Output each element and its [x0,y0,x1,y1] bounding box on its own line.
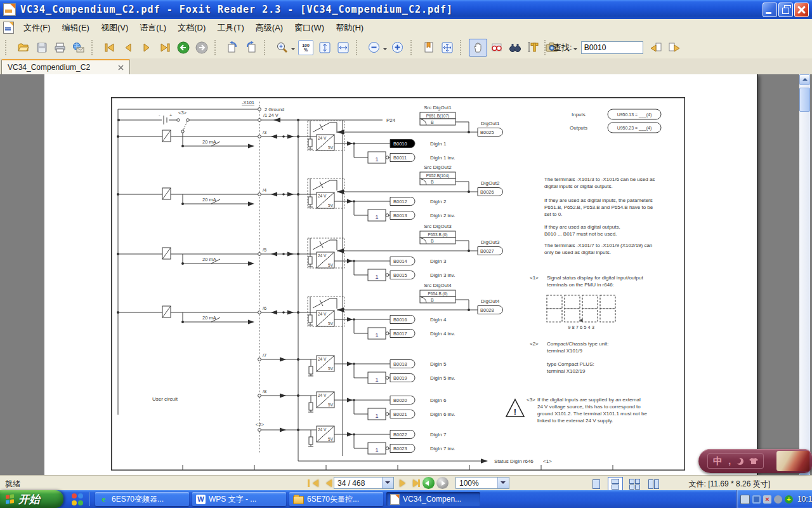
vertical-scrollbar[interactable] [799,74,810,475]
select-text-icon [527,41,539,53]
search-button[interactable] [506,39,524,57]
menu-file[interactable]: 文件(F) [18,20,56,36]
zoom-tool-dropdown[interactable] [291,48,295,52]
ime-softkeyboard-shirt-icon[interactable] [749,457,758,465]
tab-close-icon[interactable] [118,65,124,70]
task-6es70[interactable]: e 6ES70变频器... [95,492,189,506]
next-page-button[interactable] [137,39,155,57]
rotate-right-button[interactable] [242,39,260,57]
select-text-button[interactable] [524,39,542,57]
menu-view[interactable]: 视图(V) [95,20,134,36]
task-wps[interactable]: W WPS 文字 - ... [192,492,286,506]
svg-text:5V: 5V [328,145,334,150]
find-previous-button[interactable] [647,39,665,57]
magnifier-icon [276,41,288,53]
zoom-tool-button[interactable] [273,39,291,57]
facing-pages-button[interactable] [627,477,642,491]
find-next-button[interactable] [665,39,684,57]
next-page-button[interactable] [396,478,407,489]
find-options-dropdown[interactable] [573,48,577,52]
menu-document[interactable]: 文档(D) [172,20,211,36]
continuous-page-button[interactable] [608,477,623,491]
taskbar: 开始 e 6ES70变频器... W WPS 文字 - ... 6SE70矢量控… [0,490,812,508]
single-page-button[interactable] [589,477,604,491]
close-button[interactable] [794,3,809,17]
menu-help[interactable]: 帮助(H) [330,20,369,36]
ime-toolbar[interactable]: 中 , [698,449,812,473]
continuous-facing-button[interactable] [646,477,661,491]
history-back-button[interactable] [422,477,435,489]
scroll-up-button[interactable] [799,74,810,85]
svg-text:<2>: <2> [256,422,265,427]
bookmark-button[interactable] [419,39,438,57]
svg-text:B0010: B0010 [393,141,407,147]
minimize-button[interactable] [763,3,777,17]
task-vc34-foxit[interactable]: VC34_Compen... [386,492,480,506]
menu-edit[interactable]: 编辑(E) [56,20,95,36]
save-button[interactable] [32,39,51,57]
svg-text:B0026: B0026 [480,189,494,195]
svg-text:B0017: B0017 [393,331,407,337]
rotate-left-button[interactable] [223,39,242,57]
email-button[interactable] [69,39,88,57]
prev-page-button[interactable] [119,39,137,57]
fit-width-button[interactable] [334,39,352,57]
last-page-button[interactable] [155,39,174,57]
svg-text:1: 1 [375,377,378,383]
ime-punctuation-icon[interactable]: , [728,458,731,464]
foxit-reader-window: VC34_Compendium_C2.pdf - Foxit Reader 2.… [0,0,812,508]
find-input[interactable] [581,41,643,54]
find-next-icon [668,42,681,53]
page-combo-dropdown[interactable] [382,478,393,488]
network-error-tray-icon[interactable]: × [763,495,771,504]
quick-launch-icon[interactable] [71,493,85,507]
switch-contact [177,119,180,121]
page-number-combo[interactable]: 34 / 468 [334,477,394,489]
scrollbar-thumb[interactable] [799,88,810,112]
prev-page-button[interactable] [320,478,332,489]
svg-text:5V: 5V [328,366,334,371]
actual-size-button[interactable]: 100% [298,40,313,55]
tab-vc34-compendium[interactable]: VC34_Compendium_C2 [1,59,130,74]
start-button[interactable]: 开始 [0,490,63,508]
update-shield-tray-icon[interactable]: + [785,495,793,504]
last-page-button[interactable] [409,478,421,489]
menu-tools[interactable]: 工具(T) [211,20,250,36]
volume-tray-icon[interactable] [774,495,782,504]
note-2-terminal-types: <2> Compact/Chassis type unit: terminal … [530,341,608,374]
next-page-icon [141,42,152,53]
zoom-out-button[interactable] [365,39,383,57]
svg-text:set to 0.: set to 0. [544,211,562,217]
svg-text:24 V: 24 V [318,427,327,432]
zoom-combo[interactable]: 100% [455,477,509,489]
fit-page-button[interactable] [315,39,334,57]
pan-zoom-button[interactable] [438,39,456,57]
email-icon [72,42,84,53]
display-tray-icon[interactable] [740,495,750,504]
svg-text:B0018: B0018 [393,361,407,367]
zoom-combo-dropdown[interactable] [497,478,509,488]
first-page-button[interactable] [307,478,318,489]
menu-advanced[interactable]: 高级(A) [250,20,289,36]
history-forward-button[interactable] [436,477,449,489]
svg-text:B0021: B0021 [393,411,407,417]
restore-button[interactable] [778,3,793,17]
zoom-out-dropdown[interactable] [383,48,387,52]
open-button[interactable] [14,39,32,57]
network-tray-icon[interactable] [752,495,761,504]
first-page-button[interactable] [100,39,119,57]
go-forward-button[interactable] [192,39,211,57]
task-folder-6se70[interactable]: 6SE70矢量控... [289,492,383,506]
ime-chinese-mode-icon[interactable]: 中 [713,455,723,467]
menu-window[interactable]: 窗口(W) [289,20,330,36]
go-back-button[interactable] [174,39,192,57]
document-area[interactable]: -X101 2 Ground - + <3> /1 24 V [0,74,812,475]
toolbar-grip [356,40,362,55]
ime-fullwidth-moon-icon[interactable] [737,458,743,465]
menu-language[interactable]: 语言(L) [134,20,172,36]
hand-tool-button[interactable] [469,39,487,57]
print-button[interactable] [51,39,69,57]
zoom-in-button[interactable] [388,39,407,57]
magnify-glasses-button[interactable] [487,39,506,57]
svg-text:<2>: <2> [530,341,539,347]
